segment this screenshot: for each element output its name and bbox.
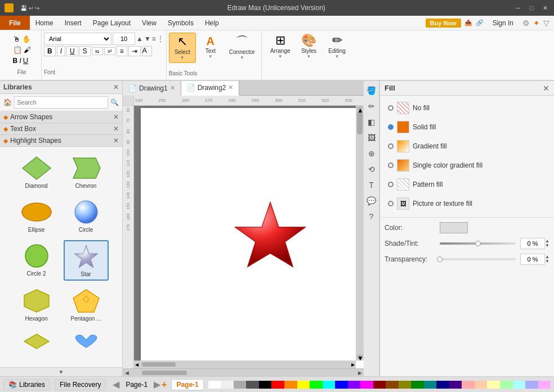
color-lightgreen[interactable]: [500, 381, 513, 389]
connector2-icon[interactable]: ⟲: [365, 163, 378, 175]
help-icon[interactable]: ?: [365, 210, 378, 223]
color-lightgray[interactable]: [221, 381, 234, 389]
align-icon[interactable]: ≡: [152, 35, 156, 43]
color-purple[interactable]: [348, 381, 361, 389]
transparency-thumb[interactable]: [437, 256, 443, 262]
color-indigo[interactable]: [449, 381, 462, 389]
libraries-status-button[interactable]: 📚 Libraries: [3, 379, 50, 390]
close-button[interactable]: ✕: [540, 3, 549, 12]
color-lightyellow[interactable]: [487, 381, 500, 389]
active-page-tab[interactable]: Page-1: [171, 379, 203, 390]
italic-button[interactable]: I: [57, 46, 65, 56]
minimize-button[interactable]: ─: [513, 3, 522, 12]
paste-icon[interactable]: 📋: [13, 46, 22, 54]
color-darkyellow[interactable]: [399, 381, 412, 389]
indent-button[interactable]: ⇥: [128, 46, 141, 56]
text-dropdown[interactable]: ▼: [208, 54, 213, 59]
shape-item-star[interactable]: Star: [64, 240, 109, 281]
scrollbar-v[interactable]: ▲ ▼: [356, 106, 364, 361]
fill-color-swatch[interactable]: [440, 222, 468, 233]
select-button[interactable]: ↖ Select ▼: [169, 33, 196, 63]
text-box-close[interactable]: ✕: [113, 125, 119, 133]
canvas-h-thumb[interactable]: [142, 371, 187, 375]
fill-option-gradient-fill[interactable]: Gradient fill: [385, 137, 549, 155]
tab-drawing2-close[interactable]: ✕: [228, 84, 233, 91]
color-gray[interactable]: [234, 381, 247, 389]
paint-bucket-icon[interactable]: 🪣: [365, 84, 378, 97]
font-size-decrease[interactable]: ▼: [144, 35, 151, 43]
menu-file[interactable]: File: [0, 16, 30, 30]
connector-dropdown[interactable]: ▼: [240, 55, 244, 60]
scrollbar-h-thumb[interactable]: [142, 362, 176, 367]
font-size-input[interactable]: [113, 33, 135, 45]
list-icon[interactable]: ⋮: [157, 35, 164, 43]
editing-button[interactable]: ✏ Editing ▼: [324, 31, 351, 79]
image-icon[interactable]: 🖼: [365, 132, 378, 144]
scrollbar-v-down[interactable]: ▼: [357, 354, 363, 359]
maximize-button[interactable]: □: [527, 3, 536, 12]
add-page-button[interactable]: +: [162, 380, 167, 390]
menu-view[interactable]: View: [136, 16, 162, 30]
file-recovery-button[interactable]: File Recovery: [55, 379, 106, 390]
color-red[interactable]: [271, 381, 284, 389]
color-teal[interactable]: [424, 381, 437, 389]
tab-drawing1[interactable]: 📄 Drawing1 ✕: [123, 81, 181, 96]
color-blue[interactable]: [335, 381, 348, 389]
arrange-dropdown[interactable]: ▼: [278, 54, 283, 59]
color-darkgray[interactable]: [246, 381, 259, 389]
menu-insert[interactable]: Insert: [59, 16, 87, 30]
underline-button[interactable]: U: [66, 46, 78, 56]
shape-item-chevron[interactable]: Chevron: [64, 152, 109, 192]
search-icon[interactable]: 🔍: [110, 98, 119, 106]
color-peach[interactable]: [475, 381, 488, 389]
color-lightpink[interactable]: [462, 381, 475, 389]
shape-item-diamond[interactable]: Diamond: [14, 152, 59, 192]
tab-drawing2[interactable]: 📄 Drawing2 ✕: [181, 81, 240, 96]
fill-option-picture-fill[interactable]: 🖼 Picture or texture fill: [385, 195, 549, 213]
menu-help[interactable]: Help: [199, 16, 225, 30]
canvas-h-scrollbar[interactable]: [131, 370, 356, 376]
text-button[interactable]: A Text ▼: [197, 33, 224, 62]
shape-item-extra2[interactable]: [64, 330, 109, 353]
text-box-header[interactable]: ◆ Text Box ✕: [0, 123, 122, 134]
buy-now-button[interactable]: Buy Now: [426, 19, 461, 28]
transparency-down[interactable]: ▼: [545, 259, 549, 264]
sidebar-close-button[interactable]: ✕: [113, 83, 119, 91]
font-size-increase[interactable]: ▲: [136, 35, 143, 43]
transparency-slider[interactable]: [440, 258, 516, 260]
scrollbar-h-right[interactable]: ▶: [350, 362, 356, 367]
editing-dropdown[interactable]: ▼: [335, 54, 339, 59]
shape-item-ellipse[interactable]: Ellipse: [14, 196, 59, 236]
shape-item-extra1[interactable]: [14, 330, 59, 353]
color-cyan[interactable]: [323, 381, 336, 389]
fill-panel-close[interactable]: ✕: [543, 84, 549, 93]
color-orchid[interactable]: [538, 381, 551, 389]
sign-in-button[interactable]: Sign In: [487, 19, 519, 27]
connection-icon[interactable]: ⊕: [365, 147, 378, 160]
color-green[interactable]: [310, 381, 323, 389]
arrow-shapes-close[interactable]: ✕: [113, 113, 119, 121]
italic-icon[interactable]: I: [19, 56, 21, 65]
scrollbar-h[interactable]: ◀ ▶: [134, 361, 356, 368]
color-darkred[interactable]: [373, 381, 386, 389]
font-family-select[interactable]: Arial: [44, 33, 111, 45]
shape-item-pentagon[interactable]: Pentagon ...: [64, 285, 109, 325]
arrange-button[interactable]: ⊞ Arrange ▼: [266, 31, 294, 79]
underline-icon[interactable]: U: [23, 56, 28, 65]
fill-option-single-gradient[interactable]: Single color gradient fill: [385, 156, 549, 174]
styles-dropdown[interactable]: ▼: [307, 54, 311, 59]
menu-home[interactable]: Home: [30, 16, 59, 30]
text2-icon[interactable]: T: [365, 179, 378, 191]
font-color-swatch[interactable]: A: [142, 46, 152, 56]
color-darkgreen[interactable]: [411, 381, 424, 389]
strikethrough-button[interactable]: S: [79, 46, 91, 56]
home-icon[interactable]: 🏠: [3, 98, 12, 106]
page-scroll-left[interactable]: ◀: [113, 379, 119, 390]
expand-icon[interactable]: ▽: [543, 19, 549, 28]
format-icon[interactable]: 🖌: [24, 46, 31, 54]
scroll-left-button[interactable]: ◀: [123, 369, 131, 377]
shade-tint-down[interactable]: ▼: [545, 244, 549, 248]
color-white[interactable]: [208, 381, 221, 389]
hand-icon[interactable]: ✋: [22, 35, 31, 43]
shape-item-circle2[interactable]: Circle 2: [14, 240, 59, 281]
